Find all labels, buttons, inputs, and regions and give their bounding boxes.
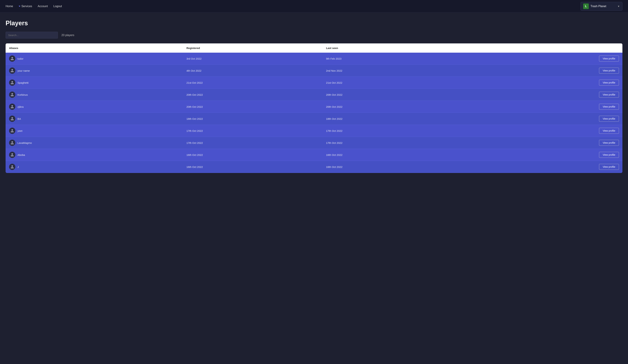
search-bar-row: 20 players: [5, 32, 623, 39]
player-last-seen: 16th Oct 2022: [322, 149, 462, 161]
player-registered: 16th Oct 2022: [183, 149, 322, 161]
player-action-col: View profile: [462, 149, 623, 161]
player-icon: [9, 116, 15, 122]
player-last-seen: 17th Oct 2022: [322, 137, 462, 149]
player-action-col: View profile: [462, 161, 623, 173]
table-row: J 16th Oct 2022 16th Oct 2022 View profi…: [5, 161, 623, 173]
player-alias-cell: your name: [5, 65, 183, 77]
table-header: Aliases Registered Last seen: [5, 43, 623, 53]
user-icon: [10, 81, 14, 85]
player-registered: 3rd Oct 2022: [183, 53, 322, 65]
table-row: yeet 17th Oct 2022 17th Oct 2022 View pr…: [5, 125, 623, 137]
player-icon: [9, 152, 15, 158]
user-icon: [10, 141, 14, 145]
player-registered: 20th Oct 2022: [183, 89, 322, 101]
player-action-col: View profile: [462, 65, 623, 77]
player-icon: [9, 128, 15, 134]
player-action-col: View profile: [462, 101, 623, 113]
nav-account[interactable]: Account: [38, 5, 48, 8]
table-row: Aboba 16th Oct 2022 16th Oct 2022 View p…: [5, 149, 623, 161]
player-last-seen: 9th Feb 2023: [322, 53, 462, 65]
navbar: Home Services Account Logout L Trash Pla…: [0, 0, 628, 12]
view-profile-button[interactable]: View profile: [599, 128, 619, 134]
player-alias: Aboba: [17, 153, 25, 156]
chevron-down-icon: [19, 6, 20, 7]
table-row: tudor 3rd Oct 2022 9th Feb 2023 View pro…: [5, 53, 623, 65]
player-alias: J: [17, 165, 19, 168]
user-icon: [10, 105, 14, 109]
view-profile-button[interactable]: View profile: [599, 140, 619, 146]
player-alias: BA: [17, 117, 21, 120]
player-registered: 18th Oct 2022: [183, 113, 322, 125]
player-icon: [9, 56, 15, 62]
search-input[interactable]: [5, 32, 58, 39]
player-alias: your name: [17, 69, 30, 72]
main-content: Players 20 players Aliases Registered La…: [0, 12, 628, 180]
player-last-seen: 21st Oct 2022: [322, 77, 462, 89]
player-action-col: View profile: [462, 113, 623, 125]
view-profile-button[interactable]: View profile: [599, 164, 619, 170]
nav-services[interactable]: Services: [19, 5, 32, 8]
player-last-seen: 20th Oct 2022: [322, 89, 462, 101]
player-alias-cell: BA: [5, 113, 183, 125]
player-registered: 16th Oct 2022: [183, 161, 322, 173]
table-row: Korbinus 20th Oct 2022 20th Oct 2022 Vie…: [5, 89, 623, 101]
view-profile-button[interactable]: View profile: [599, 152, 619, 158]
user-icon: [10, 117, 14, 121]
col-last-seen: Last seen: [322, 43, 462, 53]
nav-home[interactable]: Home: [5, 5, 13, 8]
player-last-seen: 16th Oct 2022: [322, 161, 462, 173]
view-profile-button[interactable]: View profile: [599, 80, 619, 86]
user-icon: [10, 57, 14, 61]
player-alias: tudor: [17, 57, 23, 60]
player-last-seen: 20th Oct 2022: [322, 101, 462, 113]
player-action-col: View profile: [462, 77, 623, 89]
player-registered: 17th Oct 2022: [183, 125, 322, 137]
player-action-col: View profile: [462, 137, 623, 149]
players-count: 20 players: [61, 34, 74, 37]
view-profile-button[interactable]: View profile: [599, 116, 619, 122]
table-row: your name 4th Oct 2022 2nd Nov 2022 View…: [5, 65, 623, 77]
user-icon: [10, 153, 14, 157]
nav-logout[interactable]: Logout: [53, 5, 62, 8]
brand-chevron-icon: ▼: [617, 5, 620, 8]
player-icon: [9, 79, 15, 86]
nav-services-label: Services: [21, 5, 32, 8]
player-registered: 21st Oct 2022: [183, 77, 322, 89]
players-tbody: tudor 3rd Oct 2022 9th Feb 2023 View pro…: [5, 53, 623, 173]
view-profile-button[interactable]: View profile: [599, 68, 619, 73]
view-profile-button[interactable]: View profile: [599, 104, 619, 110]
player-alias: zjikra: [17, 105, 23, 108]
nav-links: Home Services Account Logout: [5, 5, 62, 8]
user-icon: [10, 129, 14, 133]
col-registered: Registered: [183, 43, 322, 53]
player-icon: [9, 104, 15, 110]
player-last-seen: 17th Oct 2022: [322, 125, 462, 137]
player-alias: yeet: [17, 129, 22, 132]
player-icon: [9, 92, 15, 98]
player-action-col: View profile: [462, 125, 623, 137]
player-alias-cell: Aboba: [5, 149, 183, 161]
page-title: Players: [5, 19, 623, 27]
player-last-seen: 2nd Nov 2022: [322, 65, 462, 77]
user-icon: [10, 165, 14, 169]
brand-selector[interactable]: L Trash Planet ▼: [581, 2, 623, 11]
player-alias-cell: J: [5, 161, 183, 173]
col-aliases: Aliases: [5, 43, 183, 53]
players-table: Aliases Registered Last seen tudor 3rd O…: [5, 43, 623, 173]
view-profile-button[interactable]: View profile: [599, 92, 619, 98]
user-icon: [10, 93, 14, 97]
player-registered: 4th Oct 2022: [183, 65, 322, 77]
player-alias-cell: yeet: [5, 125, 183, 137]
player-action-col: View profile: [462, 53, 623, 65]
player-alias-cell: Spaghetti: [5, 77, 183, 89]
table-row: zjikra 20th Oct 2022 20th Oct 2022 View …: [5, 101, 623, 113]
player-registered: 17th Oct 2022: [183, 137, 322, 149]
player-alias-cell: zjikra: [5, 101, 183, 113]
view-profile-button[interactable]: View profile: [599, 56, 619, 61]
user-icon: [10, 69, 14, 72]
player-alias: LavaMagmo: [17, 141, 32, 144]
brand-avatar: L: [583, 3, 589, 9]
player-registered: 20th Oct 2022: [183, 101, 322, 113]
table-row: BA 18th Oct 2022 18th Oct 2022 View prof…: [5, 113, 623, 125]
